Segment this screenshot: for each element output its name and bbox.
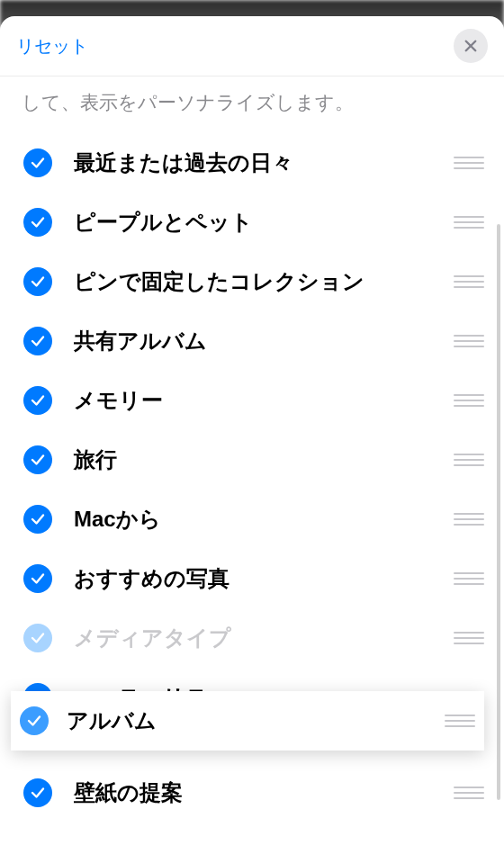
list-item[interactable]: おすすめの写真 xyxy=(23,549,488,608)
checkbox-checked[interactable] xyxy=(23,208,52,237)
item-label: メモリー xyxy=(74,386,454,415)
checkbox-checked[interactable] xyxy=(20,706,49,735)
list-item[interactable]: Macから xyxy=(23,490,488,549)
check-icon xyxy=(30,452,46,468)
check-icon xyxy=(30,511,46,527)
item-label: メディアタイプ xyxy=(74,624,454,652)
item-label: 旅行 xyxy=(74,445,454,474)
list-item-ghost: メディアタイプ xyxy=(23,608,488,668)
dragging-row[interactable]: アルバム xyxy=(11,691,484,751)
reset-button[interactable]: リセット xyxy=(16,34,88,58)
drag-handle-icon[interactable] xyxy=(454,450,484,470)
check-icon xyxy=(30,392,46,409)
description-text: して、表示をパーソナライズします。 xyxy=(0,76,504,133)
item-label: おすすめの写真 xyxy=(74,564,454,593)
list-item[interactable]: 共有アルバム xyxy=(23,311,488,371)
check-icon xyxy=(30,274,46,290)
drag-handle-icon[interactable] xyxy=(454,509,484,529)
close-icon xyxy=(463,38,479,54)
drag-handle-icon[interactable] xyxy=(454,272,484,292)
list-item[interactable]: ピンで固定したコレクション xyxy=(23,252,488,311)
checkbox-checked xyxy=(23,624,52,652)
checkbox-checked[interactable] xyxy=(23,564,52,593)
check-icon xyxy=(30,571,46,587)
check-icon xyxy=(30,333,46,349)
item-label: ピープルとペット xyxy=(74,208,454,237)
list-item[interactable]: ピープルとペット xyxy=(23,193,488,252)
checkbox-checked[interactable] xyxy=(23,386,52,415)
checkbox-checked[interactable] xyxy=(23,778,52,807)
item-label: ピンで固定したコレクション xyxy=(74,267,454,296)
drag-handle-icon[interactable] xyxy=(454,569,484,589)
drag-handle-icon[interactable] xyxy=(454,331,484,351)
checkbox-checked[interactable] xyxy=(23,327,52,355)
drag-handle-icon[interactable] xyxy=(454,212,484,232)
customize-modal: リセット して、表示をパーソナライズします。 最近または過去の日々 ピープ xyxy=(0,16,504,863)
check-icon xyxy=(30,785,46,801)
checkbox-checked[interactable] xyxy=(23,505,52,534)
list-item[interactable]: 壁紙の提案 xyxy=(23,763,488,823)
checkbox-checked[interactable] xyxy=(23,267,52,296)
checkbox-checked[interactable] xyxy=(23,445,52,474)
drag-handle-icon[interactable] xyxy=(445,711,475,731)
close-button[interactable] xyxy=(454,29,488,63)
check-icon xyxy=(30,214,46,230)
list-item[interactable]: メモリー xyxy=(23,371,488,430)
check-icon xyxy=(26,713,42,729)
drag-handle-icon[interactable] xyxy=(454,153,484,173)
item-label: 壁紙の提案 xyxy=(74,778,454,807)
drag-handle-icon[interactable] xyxy=(454,783,484,803)
modal-header: リセット xyxy=(0,16,504,76)
drag-handle-icon xyxy=(454,628,484,648)
item-label: Macから xyxy=(74,505,454,534)
list-item[interactable]: 最近または過去の日々 xyxy=(23,133,488,193)
checkbox-checked[interactable] xyxy=(23,148,52,177)
check-icon xyxy=(30,155,46,171)
item-label: 最近または過去の日々 xyxy=(74,148,454,177)
item-label: アルバム xyxy=(67,706,445,735)
scrollbar-thumb[interactable] xyxy=(497,224,500,800)
list-item[interactable]: 旅行 xyxy=(23,430,488,490)
check-icon xyxy=(30,630,46,646)
drag-handle-icon[interactable] xyxy=(454,391,484,410)
item-label: 共有アルバム xyxy=(74,327,454,355)
